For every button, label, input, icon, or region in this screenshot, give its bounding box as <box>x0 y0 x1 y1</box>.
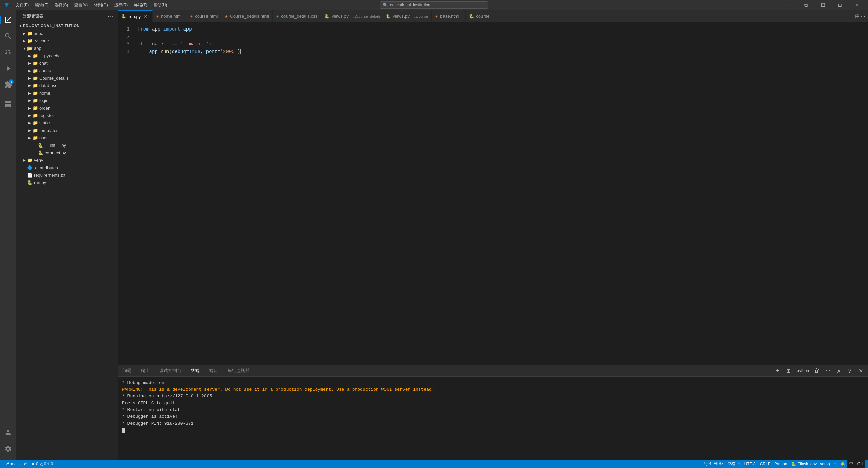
tree-item-database[interactable]: ▶ 📁 database <box>16 82 118 89</box>
login-folder-icon: 📁 <box>33 98 38 103</box>
status-notifications[interactable]: 🔔 <box>838 460 847 468</box>
run-py-close-icon[interactable]: ✕ <box>143 13 149 19</box>
activity-remote[interactable] <box>0 96 16 112</box>
restore-button[interactable]: ⧉ <box>798 0 814 10</box>
tree-item-login[interactable]: ▶ 📁 login <box>16 97 118 104</box>
minimize-button[interactable]: ─ <box>781 0 797 10</box>
menu-edit[interactable]: 编辑(E) <box>32 2 51 9</box>
tab-views-py-course-details[interactable]: 🐍 views.py ....\Course_details <box>321 10 382 22</box>
tab-run-py[interactable]: 🐍 run.py ✕ <box>118 10 153 22</box>
sidebar-more-button[interactable]: ··· <box>108 13 114 19</box>
layout-button[interactable]: ⊡ <box>832 0 848 10</box>
panel-tab-ports[interactable]: 端口 <box>204 365 223 376</box>
status-branch[interactable]: ⎇ main <box>3 460 22 468</box>
status-cursor-position[interactable]: 行 4, 列 37 <box>702 460 725 468</box>
pycache-label: __pycache__ <box>39 53 65 58</box>
tree-item-static[interactable]: ▶ 📁 static <box>16 119 118 126</box>
home-html-tab-label: home.html <box>161 14 182 19</box>
panel-expand-button[interactable]: ∨ <box>845 366 854 375</box>
tree-item-user[interactable]: ▶ 📁 user <box>16 134 118 141</box>
window-controls: ─ ⧉ ☐ ⊡ ✕ <box>781 0 865 10</box>
menu-goto[interactable]: 转到(G) <box>91 2 111 9</box>
split-editor-button[interactable]: ⊞ <box>855 13 860 19</box>
menu-help[interactable]: 帮助(H) <box>151 2 170 9</box>
status-ime-ch[interactable]: CH <box>855 460 865 468</box>
tab-more-button[interactable]: ··· <box>861 13 865 19</box>
tree-item-venv[interactable]: ▶ 📁 venv <box>16 156 118 164</box>
activity-source-control[interactable] <box>0 44 16 60</box>
order-label: order <box>39 105 50 111</box>
tree-item-order[interactable]: ▶ 📁 order <box>16 104 118 112</box>
tree-item-requirements[interactable]: ▶ 📄 requirements.txt <box>16 171 118 179</box>
activity-settings[interactable] <box>0 441 16 457</box>
trash-terminal-button[interactable]: 🗑 <box>812 366 822 375</box>
menu-terminal[interactable]: 终端(T) <box>131 2 150 9</box>
panel-toolbar: + ⊞ python 🗑 ··· ∧ ∨ ✕ <box>773 365 868 376</box>
tab-course-details-html[interactable]: ◈ Course_details.html <box>221 10 273 22</box>
tree-item-app[interactable]: ▾ 📂 app <box>16 44 118 52</box>
tab-course-details-css[interactable]: ◈ course_details.css <box>273 10 321 22</box>
terminal-line-warning: WARNING: This is a development server. D… <box>122 386 864 393</box>
language-text: Python <box>774 462 787 466</box>
status-encoding[interactable]: UTF-8 <box>742 460 758 468</box>
tab-course-misc[interactable]: 🐍 course. <box>466 10 499 22</box>
activity-run-debug[interactable] <box>0 60 16 77</box>
tree-item-pycache[interactable]: ▶ 📁 __pycache__ <box>16 52 118 59</box>
tree-item-gitattributes[interactable]: ▶ 🔷 .gitattributes <box>16 164 118 171</box>
tree-item-connect-py[interactable]: ▶ 🐍 connect.py <box>16 149 118 156</box>
terminal-more-button[interactable]: ··· <box>823 366 833 375</box>
tree-item-init-py[interactable]: ▶ 🐍 __init__.py <box>16 141 118 149</box>
status-venv[interactable]: 🐍 ('flask_env': venv) <box>789 460 832 468</box>
activity-extensions[interactable]: 1 <box>0 77 16 93</box>
tree-item-register[interactable]: ▶ 📁 register <box>16 112 118 119</box>
code-editor[interactable]: 1 2 3 4 from app import app if __name__ … <box>118 22 868 365</box>
panel-tab-terminal[interactable]: 终端 <box>186 365 204 376</box>
cursor-position-text: 行 4, 列 37 <box>704 461 723 467</box>
panel-close-button[interactable]: ✕ <box>856 366 865 375</box>
menu-run[interactable]: 运行(R) <box>112 2 131 9</box>
tree-item-run-py[interactable]: ▶ 🐍 run.py <box>16 179 118 186</box>
tab-course-html[interactable]: ◈ course.html <box>186 10 221 22</box>
activity-accounts[interactable] <box>0 424 16 441</box>
status-ime-cn[interactable]: 中 <box>847 460 855 468</box>
status-remote-sync[interactable]: ↕ <box>832 460 838 468</box>
maximize-button[interactable]: ☐ <box>815 0 831 10</box>
panel-collapse-button[interactable]: ∧ <box>834 366 844 375</box>
pycache-arrow: ▶ <box>27 53 33 58</box>
tree-item-course-details[interactable]: ▶ 📁 Course_details <box>16 74 118 82</box>
tab-home-html[interactable]: ◈ home.html <box>153 10 186 22</box>
panel-tab-serial[interactable]: 串行监视器 <box>223 365 254 376</box>
tree-item-home[interactable]: ▶ 📁 home <box>16 89 118 97</box>
tree-root[interactable]: ▾ EDUCATIONAL_INSTITUTION <box>16 22 118 30</box>
status-errors[interactable]: ✕ 0 △ 0 ℹ 0 <box>29 460 55 468</box>
status-sync[interactable]: ↺ <box>22 460 29 468</box>
status-eol[interactable]: CRLF <box>758 460 772 468</box>
panel-tab-debug-console[interactable]: 调试控制台 <box>155 365 186 376</box>
course-details-css-tab-label: course_details.css <box>281 14 317 19</box>
tab-base-html[interactable]: ◈ base.html <box>432 10 466 22</box>
tree-item-templates[interactable]: ▶ 📁 templates <box>16 126 118 134</box>
tree-item-idea[interactable]: ▶ 📁 .idea <box>16 30 118 37</box>
split-terminal-button[interactable]: ⊞ <box>784 366 793 375</box>
login-label: login <box>39 98 48 103</box>
tab-views-py-course[interactable]: 🐍 views.py ....\course <box>382 10 432 22</box>
panel-tab-output[interactable]: 输出 <box>136 365 155 376</box>
tree-item-course[interactable]: ▶ 📁 course <box>16 67 118 74</box>
activity-bar: 1 <box>0 10 16 460</box>
static-arrow: ▶ <box>27 120 33 125</box>
terminal-content[interactable]: * Debug mode: on WARNING: This is a deve… <box>118 377 868 460</box>
user-label: user <box>39 135 48 140</box>
new-terminal-button[interactable]: + <box>773 366 783 375</box>
tree-item-vscode[interactable]: ▶ 📁 .vscode <box>16 37 118 44</box>
tree-item-chat[interactable]: ▶ 📁 chat <box>16 59 118 67</box>
activity-search[interactable] <box>0 28 16 44</box>
status-language[interactable]: Python <box>772 460 789 468</box>
menu-file[interactable]: 文件(F) <box>13 2 32 9</box>
panel-tab-problems[interactable]: 问题 <box>118 365 136 376</box>
menu-select[interactable]: 选择(S) <box>52 2 71 9</box>
activity-explorer[interactable] <box>0 12 16 28</box>
status-spaces[interactable]: 空格: 4 <box>725 460 742 468</box>
menu-view[interactable]: 查看(V) <box>72 2 91 9</box>
search-bar[interactable]: 🔍 educational_institution <box>380 1 488 9</box>
close-button[interactable]: ✕ <box>849 0 865 10</box>
